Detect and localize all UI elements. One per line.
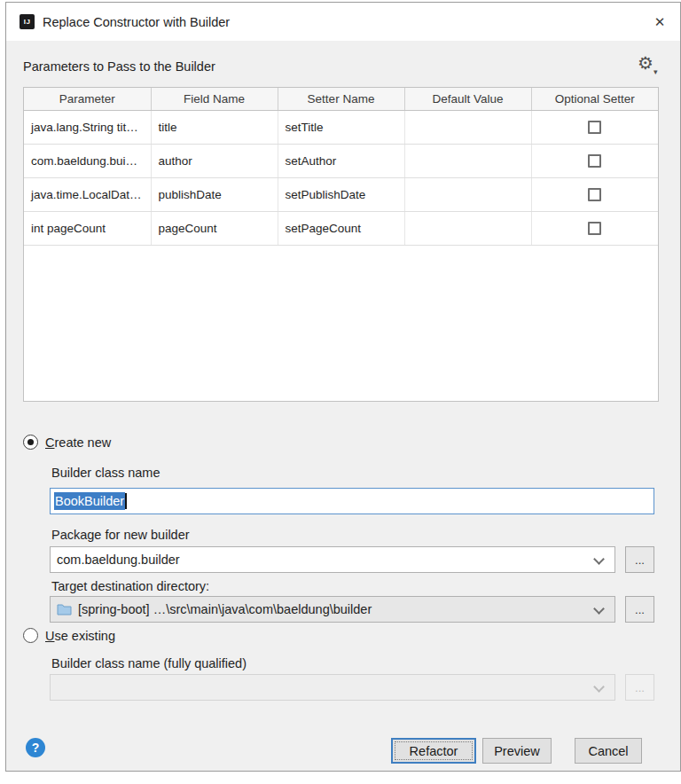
gear-caret-icon: ▾ bbox=[654, 67, 658, 76]
builder-class-name-label: Builder class name bbox=[51, 466, 160, 480]
folder-icon bbox=[57, 603, 72, 615]
selected-input-text: BookBuilder bbox=[54, 492, 125, 510]
use-existing-radio[interactable] bbox=[23, 628, 38, 643]
cell-parameter[interactable]: com.baeldung.bui… bbox=[24, 144, 151, 177]
titlebar: IJ Replace Constructor with Builder ✕ bbox=[6, 3, 680, 41]
table-row[interactable]: com.baeldung.bui… author setAuthor bbox=[24, 144, 658, 177]
column-header-setter-name[interactable]: Setter Name bbox=[278, 88, 404, 110]
cell-optional-setter bbox=[531, 211, 658, 245]
cell-optional-setter bbox=[531, 144, 658, 177]
column-header-default-value[interactable]: Default Value bbox=[404, 88, 531, 110]
cell-setter-name[interactable]: setPublishDate bbox=[278, 177, 404, 211]
optional-setter-checkbox[interactable] bbox=[588, 188, 601, 201]
column-header-field-name[interactable]: Field Name bbox=[151, 88, 278, 110]
cell-parameter[interactable]: java.time.LocalDat… bbox=[24, 177, 151, 211]
parameters-section-label: Parameters to Pass to the Builder bbox=[23, 59, 215, 74]
cell-parameter[interactable]: int pageCount bbox=[24, 211, 151, 245]
qualified-name-combobox bbox=[50, 674, 615, 701]
chevron-down-icon[interactable] bbox=[593, 553, 605, 565]
column-header-parameter[interactable]: Parameter bbox=[24, 88, 151, 110]
target-dir-browse-button[interactable]: ... bbox=[625, 596, 654, 623]
cancel-button[interactable]: Cancel bbox=[575, 738, 642, 764]
cell-default-value[interactable] bbox=[404, 110, 531, 144]
cell-setter-name[interactable]: setAuthor bbox=[278, 144, 404, 177]
create-new-radio[interactable] bbox=[23, 435, 38, 450]
builder-class-name-input[interactable]: BookBuilder bbox=[50, 488, 654, 514]
intellij-app-icon: IJ bbox=[20, 14, 35, 29]
package-browse-button[interactable]: ... bbox=[625, 546, 654, 573]
cell-default-value[interactable] bbox=[404, 211, 531, 245]
cell-setter-name[interactable]: setTitle bbox=[278, 110, 404, 144]
qualified-name-browse-button: ... bbox=[625, 674, 654, 701]
chevron-down-icon[interactable] bbox=[593, 603, 605, 615]
target-dir-label: Target destination directory: bbox=[51, 579, 209, 593]
optional-setter-checkbox[interactable] bbox=[588, 222, 601, 235]
table-row[interactable]: int pageCount pageCount setPageCount bbox=[24, 211, 658, 245]
cell-field-name[interactable]: author bbox=[151, 144, 278, 177]
parameters-table: Parameter Field Name Setter Name Default… bbox=[23, 87, 659, 402]
preview-button[interactable]: Preview bbox=[482, 738, 552, 764]
package-label: Package for new builder bbox=[51, 528, 190, 542]
cell-field-name[interactable]: title bbox=[151, 110, 278, 144]
cell-optional-setter bbox=[531, 177, 658, 211]
close-icon[interactable]: ✕ bbox=[648, 11, 671, 34]
cell-default-value[interactable] bbox=[404, 144, 531, 177]
table-row[interactable]: java.time.LocalDat… publishDate setPubli… bbox=[24, 177, 658, 211]
package-combobox[interactable]: com.baeldung.builder bbox=[50, 546, 615, 573]
create-new-option: Create new bbox=[23, 435, 111, 450]
optional-setter-checkbox[interactable] bbox=[588, 121, 601, 134]
cell-field-name[interactable]: publishDate bbox=[151, 177, 278, 211]
replace-constructor-dialog: IJ Replace Constructor with Builder ✕ Pa… bbox=[5, 2, 681, 772]
table-header-row: Parameter Field Name Setter Name Default… bbox=[24, 88, 658, 110]
dialog-title: Replace Constructor with Builder bbox=[43, 15, 230, 29]
gear-icon: ⚙ bbox=[638, 53, 654, 73]
help-icon[interactable]: ? bbox=[26, 738, 45, 757]
optional-setter-checkbox[interactable] bbox=[588, 154, 601, 168]
target-dir-value: [spring-boot] …\src\main\java\com\baeldu… bbox=[78, 602, 372, 616]
package-value: com.baeldung.builder bbox=[57, 553, 180, 567]
qualified-name-label: Builder class name (fully qualified) bbox=[51, 656, 247, 670]
text-caret bbox=[125, 493, 127, 509]
use-existing-option: Use existing bbox=[23, 628, 115, 643]
cell-default-value[interactable] bbox=[404, 177, 531, 211]
chevron-down-icon bbox=[593, 681, 605, 693]
column-header-optional-setter[interactable]: Optional Setter bbox=[531, 88, 658, 110]
settings-gear-button[interactable]: ⚙ ▾ bbox=[638, 53, 664, 80]
cell-setter-name[interactable]: setPageCount bbox=[278, 211, 404, 245]
cell-field-name[interactable]: pageCount bbox=[151, 211, 278, 245]
cell-optional-setter bbox=[531, 110, 658, 144]
create-new-label: Create new bbox=[45, 435, 111, 450]
cell-parameter[interactable]: java.lang.String tit… bbox=[24, 110, 151, 144]
target-dir-combobox[interactable]: [spring-boot] …\src\main\java\com\baeldu… bbox=[50, 596, 615, 623]
refactor-button[interactable]: Refactor bbox=[391, 738, 476, 764]
use-existing-label: Use existing bbox=[45, 629, 115, 643]
table-row[interactable]: java.lang.String tit… title setTitle bbox=[24, 110, 658, 144]
